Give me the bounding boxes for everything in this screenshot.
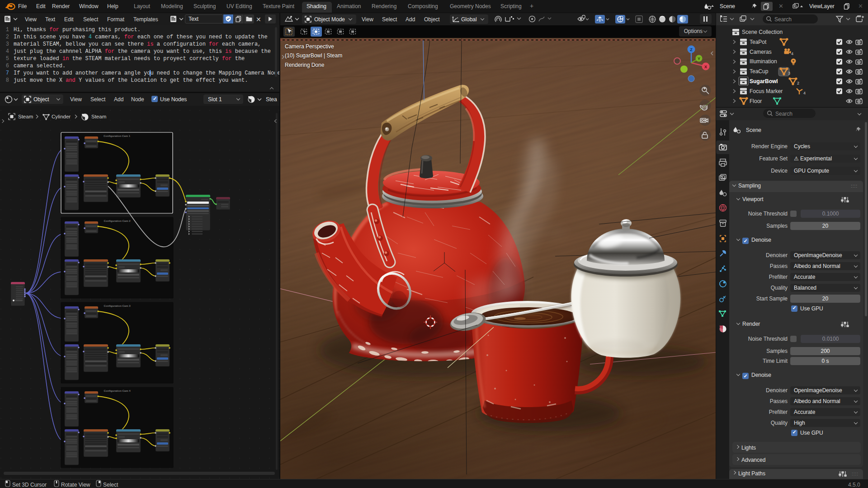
svg-text:Z: Z bbox=[690, 47, 693, 52]
svg-text:3: 3 bbox=[788, 71, 790, 75]
svg-text:4: 4 bbox=[803, 91, 806, 95]
svg-text:Floor: Floor bbox=[750, 98, 762, 104]
svg-text:Scene Collection: Scene Collection bbox=[742, 29, 783, 35]
svg-text:Y: Y bbox=[698, 56, 700, 61]
svg-text:X: X bbox=[704, 65, 707, 69]
svg-text:2: 2 bbox=[797, 81, 799, 85]
svg-text:4: 4 bbox=[791, 52, 793, 56]
svg-text:Focus Marker: Focus Marker bbox=[750, 88, 783, 94]
svg-text:TeaPot: TeaPot bbox=[750, 39, 767, 45]
svg-text:SugarBowl: SugarBowl bbox=[750, 78, 778, 84]
svg-text:Illumination: Illumination bbox=[750, 58, 777, 65]
svg-text:TeaCup: TeaCup bbox=[750, 68, 769, 75]
svg-text:Cameras: Cameras bbox=[750, 49, 772, 55]
